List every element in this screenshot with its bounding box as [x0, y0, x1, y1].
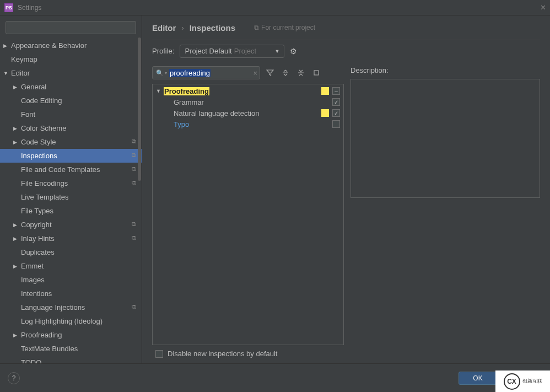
sidebar-item-copyright[interactable]: ▶Copyright⧉ — [0, 218, 142, 232]
chevron-right-icon[interactable]: ▶ — [3, 43, 7, 49]
sidebar-item-label: Intentions — [21, 289, 52, 298]
copy-icon: ⧉ — [132, 221, 136, 228]
copy-icon: ⧉ — [132, 165, 136, 173]
sidebar-item-label: Inlay Hints — [21, 234, 55, 243]
sidebar-item-todo[interactable]: TODO — [0, 356, 142, 363]
sidebar-item-label: Editor — [11, 69, 30, 77]
help-button[interactable]: ? — [8, 372, 20, 384]
inspection-tree[interactable]: ▼Proofreading–Grammar✓Natural language d… — [152, 84, 344, 345]
sidebar-item-code-editing[interactable]: Code Editing — [0, 94, 142, 108]
sidebar-item-duplicates[interactable]: Duplicates — [0, 245, 142, 259]
sidebar-item-appearance-behavior[interactable]: ▶Appearance & Behavior — [0, 39, 142, 52]
profile-row: Profile: Project Default Project ▼ ⚙ — [152, 40, 540, 62]
copy-icon: ⧉ — [132, 152, 136, 159]
inspection-item-label: Typo — [174, 120, 189, 128]
window-title: Settings — [18, 4, 41, 12]
sidebar-item-label: Code Editing — [21, 96, 62, 105]
disable-new-label: Disable new inspections by default — [168, 350, 277, 358]
inspection-item-grammar[interactable]: Grammar✓ — [153, 96, 343, 108]
copy-icon: ⧉ — [132, 303, 136, 310]
sidebar-item-code-style[interactable]: ▶Code Style⧉ — [0, 135, 142, 149]
inspection-item-label: Natural language detection — [174, 109, 259, 117]
sidebar-item-intentions[interactable]: Intentions — [0, 287, 142, 300]
chevron-down-icon: ▼ — [275, 49, 280, 54]
chevron-right-icon[interactable]: ▶ — [13, 332, 17, 338]
sidebar-item-general[interactable]: ▶General — [0, 80, 142, 94]
breadcrumb-separator: › — [181, 24, 184, 32]
breadcrumb-parent[interactable]: Editor — [152, 23, 176, 33]
sidebar-item-label: TODO — [21, 358, 41, 363]
inspection-checkbox[interactable]: ✓ — [332, 98, 340, 106]
expand-all-icon[interactable] — [280, 67, 291, 78]
chevron-right-icon[interactable]: ▶ — [13, 126, 17, 131]
settings-tree[interactable]: ▶Appearance & BehaviorKeymap▼Editor▶Gene… — [0, 39, 142, 363]
chevron-right-icon[interactable]: ▶ — [13, 139, 17, 145]
inspection-item-typo[interactable]: Typo — [153, 119, 343, 130]
sidebar-item-label: Duplicates — [21, 248, 55, 256]
sidebar-item-label: File Types — [21, 207, 53, 215]
breadcrumb-current: Inspections — [190, 23, 235, 33]
inspection-item-label: Proofreading — [164, 87, 209, 95]
inspection-checkbox[interactable] — [332, 120, 340, 128]
watermark-logo: CX 创新互联 — [495, 370, 550, 392]
profile-select[interactable]: Project Default Project ▼ — [180, 45, 284, 58]
sidebar-item-label: Images — [21, 276, 45, 284]
filter-icon[interactable] — [265, 67, 276, 78]
sidebar-item-label: Appearance & Behavior — [11, 41, 87, 50]
inspection-search-value[interactable]: proofreading — [169, 69, 211, 77]
search-icon: 🔍 — [156, 69, 164, 77]
sidebar-item-label: File Encodings — [21, 179, 68, 187]
sidebar-item-language-injections[interactable]: Language Injections⧉ — [0, 300, 142, 314]
search-dropdown-icon[interactable]: ▾ — [165, 71, 167, 76]
sidebar-item-inlay-hints[interactable]: ▶Inlay Hints⧉ — [0, 232, 142, 245]
copy-icon: ⧉ — [254, 24, 259, 31]
chevron-right-icon[interactable]: ▶ — [13, 222, 17, 228]
ok-button[interactable]: OK — [459, 372, 497, 385]
disable-new-checkbox[interactable] — [155, 350, 163, 358]
sidebar-item-label: Inspections — [21, 152, 57, 160]
sidebar-item-emmet[interactable]: ▶Emmet — [0, 259, 142, 273]
sidebar-item-file-encodings[interactable]: File Encodings⧉ — [0, 176, 142, 190]
sidebar-item-label: Color Scheme — [21, 124, 66, 132]
severity-indicator[interactable] — [321, 87, 329, 95]
scrollbar-thumb[interactable] — [138, 37, 141, 181]
sidebar-item-images[interactable]: Images — [0, 273, 142, 287]
description-label: Description: — [351, 65, 540, 74]
sidebar-item-color-scheme[interactable]: ▶Color Scheme — [0, 121, 142, 135]
sidebar-item-file-types[interactable]: File Types — [0, 204, 142, 218]
clear-icon[interactable]: × — [253, 69, 257, 77]
chevron-right-icon[interactable]: ▶ — [13, 236, 17, 241]
close-icon[interactable]: × — [541, 3, 546, 13]
gear-icon[interactable]: ⚙ — [290, 47, 297, 56]
chevron-down-icon[interactable]: ▼ — [3, 71, 8, 76]
settings-sidebar: 🔍 ▾ ▶Appearance & BehaviorKeymap▼Editor▶… — [0, 15, 142, 363]
chevron-right-icon[interactable]: ▶ — [13, 84, 17, 90]
sidebar-item-proofreading[interactable]: ▶Proofreading — [0, 328, 142, 342]
chevron-down-icon[interactable]: ▼ — [156, 88, 164, 94]
titlebar: PS Settings × — [0, 0, 550, 15]
sidebar-item-inspections[interactable]: Inspections⧉ — [0, 149, 142, 163]
inspection-item-natural-language-detection[interactable]: Natural language detection✓ — [153, 108, 343, 119]
inspection-checkbox[interactable]: ✓ — [332, 109, 340, 117]
chevron-right-icon[interactable]: ▶ — [13, 264, 17, 269]
sidebar-item-file-and-code-templates[interactable]: File and Code Templates⧉ — [0, 163, 142, 176]
sidebar-item-font[interactable]: Font — [0, 108, 142, 121]
sidebar-search-input[interactable] — [6, 21, 136, 34]
sidebar-item-textmate-bundles[interactable]: TextMate Bundles — [0, 342, 142, 356]
svg-rect-0 — [314, 71, 319, 75]
severity-indicator[interactable] — [321, 109, 329, 117]
scope-label: ⧉ For current project — [254, 24, 315, 31]
sidebar-item-live-templates[interactable]: Live Templates — [0, 190, 142, 204]
inspection-item-label: Grammar — [174, 98, 204, 106]
reset-icon[interactable] — [311, 67, 322, 78]
inspection-checkbox[interactable]: – — [332, 87, 340, 95]
profile-label: Profile: — [152, 47, 174, 55]
sidebar-item-editor[interactable]: ▼Editor — [0, 66, 142, 80]
sidebar-item-keymap[interactable]: Keymap — [0, 52, 142, 66]
sidebar-item-label: Code Style — [21, 138, 56, 146]
button-bar: ? OK Cancel — [0, 363, 550, 392]
sidebar-item-log-highlighting-ideolog-[interactable]: Log Highlighting (Ideolog) — [0, 314, 142, 328]
inspection-search[interactable]: 🔍 ▾ proofreading × — [152, 66, 260, 79]
collapse-all-icon[interactable] — [295, 67, 306, 78]
inspection-item-proofreading[interactable]: ▼Proofreading– — [153, 85, 343, 96]
